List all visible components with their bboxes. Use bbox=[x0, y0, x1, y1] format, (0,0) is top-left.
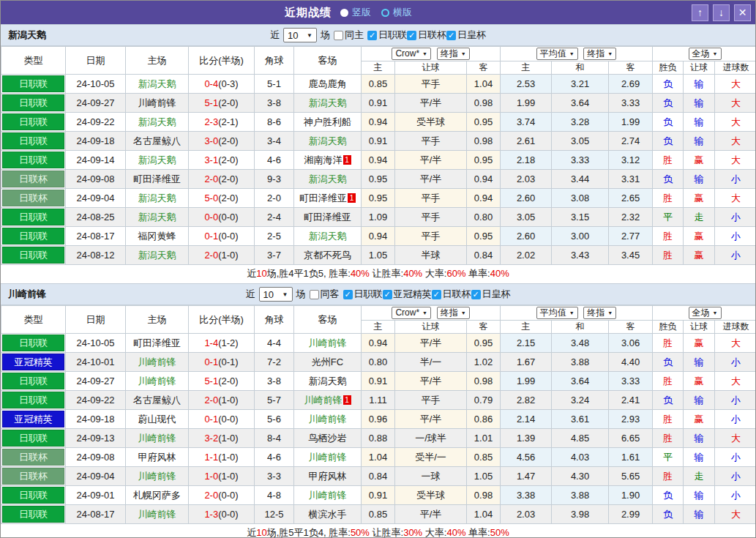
handicap-away-odds: 1.01 bbox=[467, 429, 501, 448]
result-goals: 大 bbox=[715, 505, 756, 524]
radio-horizontal-layout[interactable]: 横版 bbox=[381, 6, 412, 19]
average-source-select[interactable]: 平均值▼ bbox=[536, 307, 578, 319]
fulltime-score: 3-2 bbox=[204, 433, 218, 444]
score-cell: 2-3(2-1) bbox=[189, 113, 255, 132]
fulltime-score: 0-4 bbox=[204, 78, 218, 89]
col-let-home: 主 bbox=[362, 61, 395, 75]
league-checkbox-label: 日皇杯 bbox=[457, 29, 486, 42]
handicap-index-select[interactable]: 终指▼ bbox=[437, 48, 470, 60]
league-checkbox-item[interactable]: ✓日皇杯 bbox=[471, 288, 511, 301]
league-badge: 亚冠精英 bbox=[2, 354, 64, 370]
same-venue-checkbox-item[interactable]: 同客 bbox=[310, 288, 340, 301]
fulltime-score: 5-0 bbox=[204, 193, 218, 203]
chevron-down-icon: ▼ bbox=[422, 310, 427, 315]
result-goals: 小 bbox=[715, 353, 756, 372]
average-index-select[interactable]: 终指▼ bbox=[583, 48, 616, 60]
match-row: 日职联24-10-05町田泽维亚1-4(1-2)4-4川崎前锋0.94平/半0.… bbox=[1, 334, 756, 353]
col-score: 比分(半场) bbox=[189, 47, 255, 75]
match-count-select[interactable]: 10▼ bbox=[283, 28, 317, 42]
result-goals: 大 bbox=[715, 372, 756, 391]
handicap-away-odds: 0.95 bbox=[467, 113, 501, 132]
summary-stat-value: 40% bbox=[351, 268, 370, 279]
corner-cell: 8-6 bbox=[255, 113, 294, 132]
league-badge: 日职联 bbox=[2, 487, 64, 504]
red-card-badge: 1 bbox=[343, 155, 351, 165]
league-checkbox-item[interactable]: ✓日职联 bbox=[367, 29, 407, 42]
league-badge: 日联杯 bbox=[2, 171, 64, 187]
home-team-cell: 川崎前锋 bbox=[126, 467, 189, 486]
match-count-select[interactable]: 10▼ bbox=[259, 287, 293, 302]
home-team-name: 名古屋鲸八 bbox=[133, 395, 181, 406]
handicap-line: 受半/一 bbox=[395, 448, 467, 467]
team-name: 川崎前锋 bbox=[8, 288, 46, 301]
away-team-cell: 甲府风林 bbox=[294, 467, 362, 486]
checkbox-checked-icon: ✓ bbox=[471, 290, 481, 299]
avg-draw-odds: 3.61 bbox=[552, 410, 609, 429]
handicap-home-odds: 0.94 bbox=[362, 113, 395, 132]
league-checkbox-item[interactable]: ✓亚冠精英 bbox=[383, 288, 432, 301]
avg-draw-odds: 3.48 bbox=[552, 334, 609, 353]
matches-table: 类型 日期 主场 比分(半场) 角球 客场 Crow*▼ 终指▼ 平均值▼ 终指… bbox=[1, 46, 756, 265]
date-cell: 24-10-05 bbox=[66, 334, 126, 353]
handicap-source-select[interactable]: Crow*▼ bbox=[392, 48, 431, 60]
handicap-away-odds: 0.98 bbox=[467, 132, 501, 151]
same-venue-checkbox-item[interactable]: 同主 bbox=[334, 29, 364, 42]
fulltime-value: 全场 bbox=[692, 307, 710, 319]
move-down-button[interactable]: ↓ bbox=[713, 4, 730, 21]
avg-draw-odds: 3.43 bbox=[552, 246, 609, 265]
close-button[interactable]: ✕ bbox=[734, 4, 751, 21]
panel-title: 近期战绩 bbox=[285, 6, 332, 20]
home-team-cell: 新潟天鹅 bbox=[126, 208, 189, 227]
handicap-line: 平/半 bbox=[395, 151, 467, 170]
league-checkbox-item[interactable]: ✓日联杯 bbox=[407, 29, 446, 42]
league-badge: 日职联 bbox=[2, 373, 64, 389]
handicap-index-select[interactable]: 终指▼ bbox=[437, 307, 470, 319]
league-checkbox-label: 日联杯 bbox=[418, 29, 446, 42]
result-winlose: 负 bbox=[653, 170, 684, 189]
fulltime-score: 3-1 bbox=[204, 154, 218, 165]
fulltime-select[interactable]: 全场▼ bbox=[689, 48, 722, 60]
result-handicap: 输 bbox=[684, 75, 715, 94]
home-team-name: 新潟天鹅 bbox=[138, 212, 176, 223]
average-source-select[interactable]: 平均值▼ bbox=[536, 48, 578, 60]
summary-stat-value: 50% bbox=[490, 527, 509, 538]
col-date: 日期 bbox=[66, 47, 126, 75]
halftime-score: (0-0) bbox=[218, 509, 238, 520]
handicap-home-odds: 0.84 bbox=[362, 467, 395, 486]
move-up-button[interactable]: ↑ bbox=[692, 4, 708, 21]
col-avg-away: 客 bbox=[609, 321, 653, 334]
handicap-line: 平/半 bbox=[395, 505, 467, 524]
league-checkbox-item[interactable]: ✓日职联 bbox=[343, 288, 383, 301]
league-cell: 日职联 bbox=[1, 372, 66, 391]
result-winlose: 平 bbox=[653, 208, 684, 227]
away-team-name: 新潟天鹅 bbox=[309, 376, 347, 386]
handicap-line: 一球 bbox=[395, 467, 467, 486]
titlebar-center: 近期战绩 竖版 横版 bbox=[5, 6, 692, 20]
table-header: 类型 日期 主场 比分(半场) 角球 客场 Crow*▼ 终指▼ 平均值▼ 终指… bbox=[1, 47, 756, 75]
result-handicap: 赢 bbox=[684, 189, 715, 208]
home-team-cell: 福冈黄蜂 bbox=[126, 227, 189, 246]
handicap-line: 平手 bbox=[395, 208, 467, 227]
result-handicap: 输 bbox=[684, 170, 715, 189]
avg-draw-odds: 3.28 bbox=[552, 113, 609, 132]
fulltime-select[interactable]: 全场▼ bbox=[689, 307, 722, 319]
result-goals: 大 bbox=[715, 113, 756, 132]
league-checkbox-item[interactable]: ✓日联杯 bbox=[432, 288, 471, 301]
filter-bar: 近 10▼ 场 同主 ✓日职联✓日联杯✓日皇杯 bbox=[270, 28, 486, 42]
radio-vertical-layout[interactable]: 竖版 bbox=[340, 6, 371, 19]
avg-home-odds: 2.03 bbox=[501, 170, 552, 189]
col-result-handicap: 让球 bbox=[684, 61, 715, 75]
result-goals: 大 bbox=[715, 151, 756, 170]
home-team-name: 川崎前锋 bbox=[138, 471, 176, 482]
average-index-select[interactable]: 终指▼ bbox=[583, 307, 616, 319]
league-checkbox-item[interactable]: ✓日皇杯 bbox=[446, 29, 486, 42]
team-section: 川崎前锋 近 10▼ 场 同客 ✓日职联✓亚冠精英✓日联杯✓日皇杯 bbox=[1, 283, 755, 538]
match-row: 日职联24-09-13川崎前锋3-2(1-0)8-4鸟栖沙岩0.88一/球半1.… bbox=[1, 429, 756, 448]
away-team-name: 鸟栖沙岩 bbox=[309, 433, 347, 444]
handicap-away-odds: 0.94 bbox=[467, 170, 501, 189]
handicap-source-select[interactable]: Crow*▼ bbox=[392, 307, 431, 319]
avg-draw-odds: 4.30 bbox=[552, 467, 609, 486]
match-row: 日职联24-10-05新潟天鹅0-4(0-3)5-1鹿岛鹿角0.85平手1.04… bbox=[1, 75, 756, 94]
avg-away-odds: 2.69 bbox=[609, 75, 653, 94]
avg-draw-odds: 3.88 bbox=[552, 486, 609, 505]
